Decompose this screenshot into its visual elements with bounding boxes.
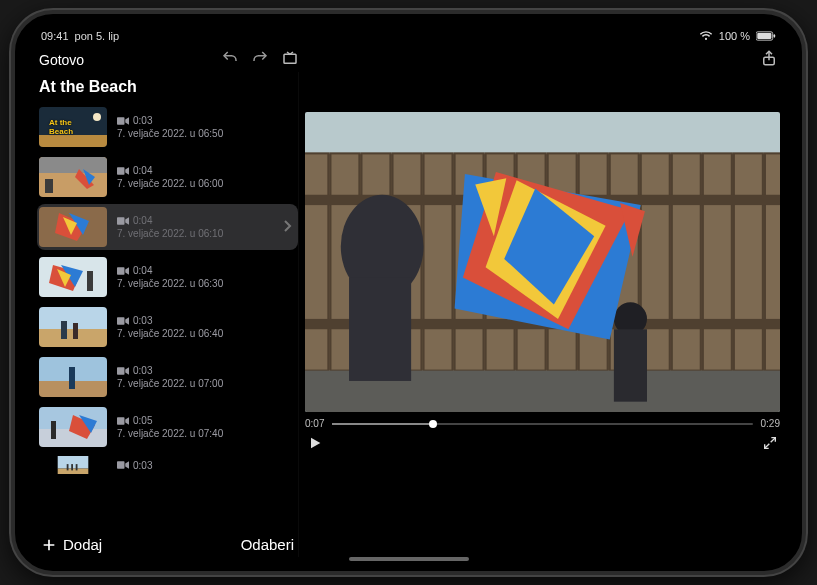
preview-controls bbox=[305, 429, 780, 457]
clip-date: 7. veljače 2022. u 06:50 bbox=[117, 128, 292, 139]
clip-item[interactable]: 0:05 7. veljače 2022. u 07:40 bbox=[37, 404, 298, 450]
clip-date: 7. veljače 2022. u 06:30 bbox=[117, 278, 292, 289]
video-icon bbox=[117, 216, 129, 226]
share-button[interactable] bbox=[760, 49, 778, 71]
svg-rect-72 bbox=[614, 329, 647, 401]
total-time: 0:29 bbox=[761, 418, 780, 429]
done-button[interactable]: Gotovo bbox=[39, 52, 84, 68]
scrubber[interactable] bbox=[332, 423, 752, 425]
svg-rect-20 bbox=[117, 217, 125, 225]
chevron-right-icon[interactable] bbox=[284, 218, 292, 236]
svg-rect-10 bbox=[39, 157, 107, 173]
wifi-icon bbox=[699, 30, 713, 42]
svg-rect-40 bbox=[51, 421, 56, 439]
redo-icon[interactable] bbox=[251, 49, 269, 71]
svg-point-7 bbox=[93, 113, 101, 121]
svg-rect-35 bbox=[117, 367, 125, 375]
clip-thumbnail: At the Beach bbox=[39, 107, 107, 147]
svg-rect-8 bbox=[117, 117, 125, 125]
video-icon bbox=[117, 366, 129, 376]
clip-thumbnail bbox=[39, 456, 107, 474]
svg-rect-2 bbox=[774, 34, 776, 37]
clip-duration: 0:05 bbox=[133, 415, 152, 426]
svg-rect-1 bbox=[757, 33, 771, 39]
clip-thumbnail bbox=[39, 207, 107, 247]
title-overlay-text: At the Beach bbox=[49, 119, 73, 137]
battery-percent: 100 % bbox=[719, 30, 750, 42]
clip-duration: 0:03 bbox=[133, 460, 152, 471]
video-icon bbox=[117, 460, 129, 470]
svg-rect-63 bbox=[703, 153, 732, 370]
svg-rect-31 bbox=[117, 317, 125, 325]
svg-rect-29 bbox=[61, 321, 67, 339]
svg-rect-41 bbox=[117, 417, 125, 425]
clip-item[interactable]: 0:03 7. veljače 2022. u 07:00 bbox=[37, 354, 298, 400]
battery-icon bbox=[756, 31, 776, 41]
clip-thumbnail bbox=[39, 157, 107, 197]
status-time: 09:41 bbox=[41, 30, 69, 42]
home-indicator[interactable] bbox=[349, 557, 469, 561]
svg-rect-45 bbox=[71, 464, 73, 470]
svg-rect-54 bbox=[424, 153, 453, 370]
video-icon bbox=[117, 166, 129, 176]
clip-duration: 0:03 bbox=[133, 115, 152, 126]
add-label: Dodaj bbox=[63, 536, 102, 553]
clip-thumbnail bbox=[39, 257, 107, 297]
clip-item[interactable]: 0:04 7. veljače 2022. u 06:10 bbox=[37, 204, 298, 250]
svg-rect-64 bbox=[734, 153, 763, 370]
clip-date: 7. veljače 2022. u 06:40 bbox=[117, 328, 292, 339]
video-icon bbox=[117, 266, 129, 276]
svg-rect-6 bbox=[39, 135, 107, 147]
clip-item[interactable]: 0:03 7. veljače 2022. u 06:40 bbox=[37, 304, 298, 350]
clip-duration: 0:03 bbox=[133, 365, 152, 376]
clip-item[interactable]: 0:04 7. veljače 2022. u 06:00 bbox=[37, 154, 298, 200]
clip-list[interactable]: At the Beach 0:03 7. veljače 2022. u 06:… bbox=[37, 104, 298, 526]
preview-video[interactable] bbox=[305, 112, 780, 412]
svg-rect-30 bbox=[73, 323, 78, 339]
clip-thumbnail bbox=[39, 357, 107, 397]
scrubber-fill bbox=[332, 423, 433, 425]
clip-thumbnail bbox=[39, 407, 107, 447]
status-bar: 09:41 pon 5. lip 100 % bbox=[37, 28, 780, 48]
svg-rect-44 bbox=[67, 464, 69, 470]
svg-rect-14 bbox=[117, 167, 125, 175]
svg-rect-25 bbox=[87, 271, 93, 291]
clip-date: 7. veljače 2022. u 07:40 bbox=[117, 428, 292, 439]
svg-rect-46 bbox=[76, 464, 78, 470]
clip-sidebar: At the Beach At the Beach 0:03 7. veljač… bbox=[37, 72, 299, 557]
media-browser-icon[interactable] bbox=[281, 49, 299, 71]
svg-rect-34 bbox=[69, 367, 75, 389]
sidebar-footer: Dodaj Odaberi bbox=[37, 526, 298, 557]
add-button[interactable]: Dodaj bbox=[41, 536, 102, 553]
clip-duration: 0:04 bbox=[133, 265, 152, 276]
fullscreen-button[interactable] bbox=[762, 435, 778, 455]
svg-rect-26 bbox=[117, 267, 125, 275]
clip-date: 7. veljače 2022. u 07:00 bbox=[117, 378, 292, 389]
clip-thumbnail bbox=[39, 307, 107, 347]
clip-date: 7. veljače 2022. u 06:00 bbox=[117, 178, 292, 189]
status-date: pon 5. lip bbox=[75, 30, 120, 42]
playback-timeline: 0:07 0:29 bbox=[305, 418, 780, 429]
select-button[interactable]: Odaberi bbox=[241, 536, 294, 553]
clip-duration: 0:04 bbox=[133, 215, 152, 226]
svg-rect-65 bbox=[765, 153, 780, 370]
clip-duration: 0:04 bbox=[133, 165, 152, 176]
plus-icon bbox=[41, 537, 57, 553]
svg-rect-50 bbox=[305, 153, 328, 370]
toolbar: Gotovo bbox=[37, 48, 780, 72]
clip-date: 7. veljače 2022. u 06:10 bbox=[117, 228, 280, 239]
scrubber-handle[interactable] bbox=[429, 420, 437, 428]
svg-rect-13 bbox=[45, 179, 53, 193]
clip-item[interactable]: 0:03 bbox=[37, 454, 298, 476]
clip-item[interactable]: 0:04 7. veljače 2022. u 06:30 bbox=[37, 254, 298, 300]
play-button[interactable] bbox=[307, 435, 323, 455]
video-icon bbox=[117, 316, 129, 326]
clip-item[interactable]: At the Beach 0:03 7. veljače 2022. u 06:… bbox=[37, 104, 298, 150]
project-title: At the Beach bbox=[37, 72, 298, 104]
undo-icon[interactable] bbox=[221, 49, 239, 71]
current-time: 0:07 bbox=[305, 418, 324, 429]
preview-panel: 0:07 0:29 bbox=[299, 72, 780, 557]
video-icon bbox=[117, 116, 129, 126]
svg-rect-47 bbox=[117, 461, 125, 469]
svg-rect-70 bbox=[349, 278, 411, 381]
